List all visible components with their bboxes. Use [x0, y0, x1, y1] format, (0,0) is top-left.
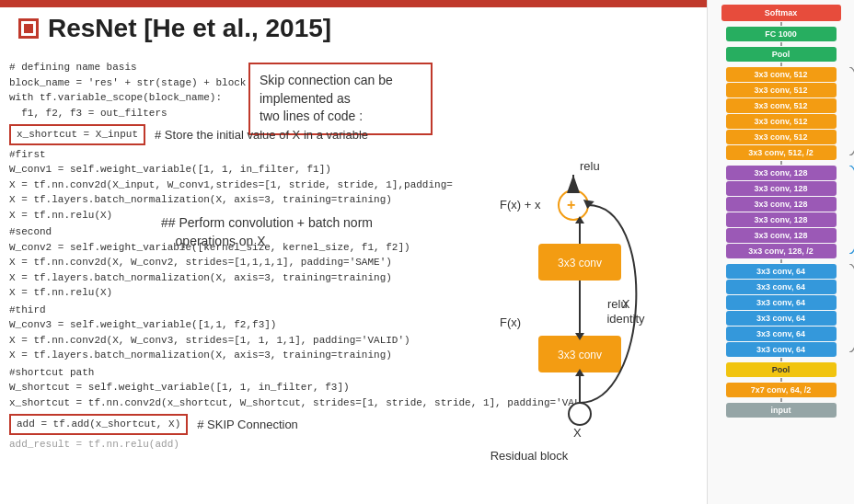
net-block-512-2: 3x3 conv, 512: [726, 83, 837, 97]
svg-text:+: +: [567, 197, 575, 212]
net-block-fc: FC 1000: [726, 27, 837, 41]
code-area: # defining name basis block_name = 'res'…: [9, 60, 442, 452]
x-label: X: [573, 426, 582, 440]
net-block-7x7: 7x7 conv, 64, /2: [726, 383, 837, 397]
page-title: ResNet [He et al., 2015]: [48, 14, 331, 43]
net-block-128-1: 3x3 conv, 128: [726, 166, 837, 180]
svg-point-9: [569, 403, 591, 425]
svg-text:identity: identity: [606, 312, 645, 326]
code-highlight2: add = tf.add(x_shortcut, X): [9, 414, 188, 435]
highlight1-row: x_shortcut = X_input # Store the initial…: [9, 124, 442, 145]
net-block-pool-top: Pool: [726, 47, 837, 62]
net-block-64-1: 3x3 conv, 64: [726, 264, 837, 279]
code-section4: #third W_conv3 = self.weight_variable([1…: [9, 303, 442, 363]
net-block-input: input: [726, 403, 837, 418]
comment3: # SKIP Connection: [197, 416, 298, 434]
fxplusx-label: F(x) + x: [500, 198, 541, 212]
code-section2-first-line: #first W_conv1 = self.weight_variable([1…: [9, 147, 442, 223]
net-block-pool-bottom: Pool: [726, 362, 837, 377]
code-section5: #shortcut path W_shortcut = self.weight_…: [9, 365, 442, 411]
net-block-64-4: 3x3 conv, 64: [726, 311, 837, 326]
comment1: # Store the initial value of X in a vari…: [155, 126, 368, 144]
conv1-label: 3x3 conv: [558, 257, 602, 269]
title-icon: [18, 18, 39, 39]
net-block-128-2: 3x3 conv, 128: [726, 181, 837, 196]
net-block-64-3: 3x3 conv, 64: [726, 295, 837, 310]
highlight2-row: add = tf.add(x_shortcut, X) # SKIP Conne…: [9, 414, 442, 435]
net-block-128-3: 3x3 conv, 128: [726, 197, 837, 212]
net-block-512-5: 3x3 conv, 512: [726, 130, 837, 144]
network-panel: Softmax FC 1000 Pool 3x3 conv, 512 3x3 c…: [707, 0, 854, 504]
code-section6: add_result = tf.nn.relu(add): [9, 437, 442, 452]
net-block-512-1: 3x3 conv, 512: [726, 67, 837, 82]
net-block-64-2: 3x3 conv, 64: [726, 280, 837, 294]
fx-label: F(x): [500, 315, 521, 329]
net-block-64-5: 3x3 conv, 64: [726, 326, 837, 341]
conv2-label: 3x3 conv: [558, 349, 602, 361]
net-block-128-5: 3x3 conv, 128: [726, 228, 837, 243]
residual-diagram: relu F(x) + x + 3x3 conv relu F(x) 3x3 c…: [437, 143, 695, 474]
code-section1: # defining name basis block_name = 'res'…: [9, 60, 442, 120]
net-block-512-4: 3x3 conv, 512: [726, 114, 837, 129]
code-highlight1: x_shortcut = X_input: [9, 124, 145, 145]
net-block-64-6: 3x3 conv, 64: [726, 342, 837, 357]
net-block-512-6: 3x3 conv, 512, /2: [726, 145, 837, 160]
comment2: ## Perform convolution + batch norm oper…: [161, 214, 373, 250]
net-block-128-6: 3x3 conv, 128, /2: [726, 244, 837, 258]
net-block-softmax: Softmax: [721, 5, 841, 21]
net-block-512-3: 3x3 conv, 512: [726, 98, 837, 113]
title-area: ResNet [He et al., 2015]: [18, 14, 331, 43]
net-block-128-4: 3x3 conv, 128: [726, 212, 837, 227]
residual-block-label: Residual block: [490, 449, 569, 463]
relu-top-label: relu: [580, 159, 600, 173]
x-identity-label: X: [622, 297, 630, 311]
